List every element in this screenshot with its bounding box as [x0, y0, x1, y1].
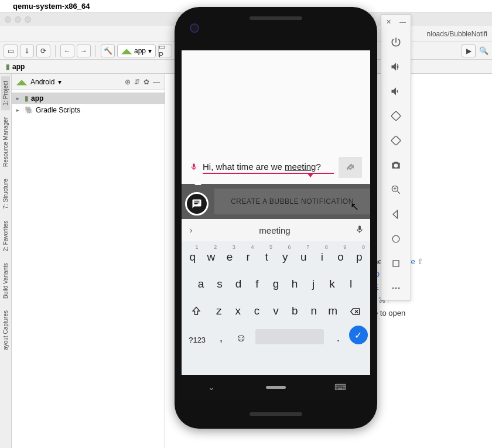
- key-e[interactable]: 3e: [221, 243, 238, 266]
- gutter-tab-layout-captures[interactable]: ayout Captures: [1, 306, 10, 355]
- gutter-tab-project[interactable]: 1: Project: [1, 76, 10, 110]
- emulator-power-button[interactable]: [388, 34, 404, 50]
- emulator-rotate-left-button[interactable]: [388, 108, 404, 124]
- gradle-icon: 🐘: [25, 106, 33, 114]
- create-bubble-notification-button[interactable]: CREATE A BUBBLE NOTIFICATION: [214, 189, 370, 214]
- mic-icon[interactable]: [190, 163, 198, 173]
- backspace-key[interactable]: [343, 297, 368, 320]
- key-l[interactable]: l: [342, 270, 360, 293]
- nav-back-button[interactable]: ←: [60, 45, 74, 57]
- window-minimize-icon[interactable]: [15, 16, 21, 23]
- svg-point-7: [398, 288, 400, 289]
- key-i[interactable]: 8i: [313, 243, 331, 266]
- message-input[interactable]: Hi, what time are we meeting?: [203, 162, 334, 174]
- key-v[interactable]: v: [267, 297, 285, 320]
- run-button[interactable]: ▶: [462, 45, 476, 57]
- emulator-screenshot-button[interactable]: [388, 157, 404, 173]
- key-n[interactable]: n: [305, 297, 323, 320]
- enter-key[interactable]: ✓: [349, 324, 368, 347]
- key-u[interactable]: 7u: [295, 243, 313, 266]
- device-selector[interactable]: ▭ P: [158, 45, 172, 57]
- tree-expand-icon[interactable]: ▸: [16, 107, 22, 113]
- key-s[interactable]: s: [211, 270, 228, 293]
- symbols-key[interactable]: ?123: [184, 324, 210, 347]
- phone-speaker: [250, 16, 302, 20]
- emulator-volume-up-button[interactable]: [388, 59, 404, 75]
- key-y[interactable]: 6y: [276, 243, 294, 266]
- shift-key[interactable]: [184, 297, 209, 320]
- bubble-icon[interactable]: [185, 192, 209, 216]
- sync-button[interactable]: ⟳: [36, 45, 50, 57]
- space-key[interactable]: [252, 324, 327, 347]
- tree-item-gradle-scripts[interactable]: ▸ 🐘 Gradle Scripts: [12, 104, 165, 116]
- emulator-rotate-right-button[interactable]: [388, 132, 404, 149]
- key-m[interactable]: m: [324, 297, 341, 320]
- text-cursor-handle[interactable]: [307, 173, 314, 177]
- key-q[interactable]: 1q: [184, 243, 201, 266]
- window-zoom-icon[interactable]: [25, 16, 31, 23]
- gutter-tab-build-variants[interactable]: Build Variants: [1, 258, 10, 303]
- emulator-zoom-button[interactable]: [388, 182, 404, 198]
- suggestion-word[interactable]: meeting: [197, 225, 353, 235]
- emulator-back-button[interactable]: [388, 206, 404, 223]
- notification-area: CREATE A BUBBLE NOTIFICATION: [182, 184, 370, 219]
- run-config-selector[interactable]: ◢◣ app ▾: [117, 45, 156, 57]
- search-icon[interactable]: 🔍: [479, 46, 488, 55]
- emulator-minimize-icon[interactable]: —: [399, 18, 406, 26]
- soft-keyboard: › meeting 1q2w3e4r5t6y7u8i9o0p asdfghjkl…: [182, 219, 370, 375]
- target-icon[interactable]: ⊕: [125, 78, 131, 86]
- emulator-volume-down-button[interactable]: [388, 83, 404, 100]
- comma-key[interactable]: ,: [211, 324, 230, 347]
- build-button[interactable]: 🔨: [101, 45, 115, 57]
- period-key[interactable]: .: [329, 324, 347, 347]
- save-button[interactable]: ⤓: [20, 45, 34, 57]
- key-w[interactable]: 2w: [203, 243, 220, 266]
- key-z[interactable]: z: [210, 297, 228, 320]
- phone-screen: Hi, what time are we meeting? CREATE A B…: [182, 50, 370, 399]
- send-button[interactable]: [339, 157, 362, 178]
- key-h[interactable]: h: [286, 270, 303, 293]
- key-p[interactable]: 0p: [350, 243, 368, 266]
- key-f[interactable]: f: [248, 270, 266, 293]
- emulator-overview-button[interactable]: [388, 231, 404, 247]
- emulator-close-icon[interactable]: ✕: [386, 18, 391, 26]
- key-c[interactable]: c: [248, 297, 265, 320]
- key-a[interactable]: a: [192, 270, 210, 293]
- key-g[interactable]: g: [267, 270, 285, 293]
- hide-icon[interactable]: —: [153, 78, 160, 86]
- menubar-app-title: qemu-system-x86_64: [13, 2, 90, 11]
- key-o[interactable]: 9o: [332, 243, 350, 266]
- chevron-down-icon: ▾: [148, 47, 152, 55]
- key-j[interactable]: j: [305, 270, 322, 293]
- suggestions-expand-icon[interactable]: ›: [185, 225, 197, 235]
- nav-ime-switch-icon[interactable]: ⌨: [335, 382, 346, 392]
- emulator-home-button[interactable]: [388, 255, 404, 272]
- emulator-window: Hi, what time are we meeting? CREATE A B…: [175, 7, 377, 429]
- tree-item-app[interactable]: ▸ ▮ app: [12, 93, 165, 104]
- gutter-tab-favorites[interactable]: 2: Favorites: [1, 216, 10, 256]
- phone-frame: Hi, what time are we meeting? CREATE A B…: [175, 7, 377, 429]
- collapse-icon[interactable]: ⇵: [134, 78, 140, 86]
- key-x[interactable]: x: [229, 297, 247, 320]
- emoji-key[interactable]: ☺: [232, 324, 251, 347]
- key-b[interactable]: b: [286, 297, 303, 320]
- svg-point-5: [392, 288, 394, 289]
- svg-rect-4: [393, 261, 399, 266]
- key-k[interactable]: k: [323, 270, 341, 293]
- nav-home-pill[interactable]: [266, 386, 286, 389]
- emulator-more-button[interactable]: [388, 280, 404, 296]
- nav-forward-button[interactable]: →: [77, 45, 91, 57]
- gutter-tab-resource-manager[interactable]: Resource Manager: [1, 112, 10, 172]
- gutter-tab-structure[interactable]: 7: Structure: [1, 174, 10, 214]
- gear-icon[interactable]: ✿: [144, 78, 149, 86]
- project-header[interactable]: ◢◣ Android ▾ ⊕ ⇵ ✿ —: [12, 74, 165, 90]
- tree-expand-icon[interactable]: ▸: [16, 95, 22, 101]
- left-gutter: 1: Project Resource Manager 7: Structure…: [0, 74, 12, 448]
- key-r[interactable]: 4r: [240, 243, 257, 266]
- nav-keyboard-hide-icon[interactable]: ⌄: [206, 382, 217, 392]
- window-close-icon[interactable]: [5, 16, 11, 23]
- open-button[interactable]: ▭: [4, 45, 18, 57]
- key-t[interactable]: 5t: [258, 243, 275, 266]
- key-d[interactable]: d: [230, 270, 247, 293]
- keyboard-mic-icon[interactable]: [353, 225, 367, 236]
